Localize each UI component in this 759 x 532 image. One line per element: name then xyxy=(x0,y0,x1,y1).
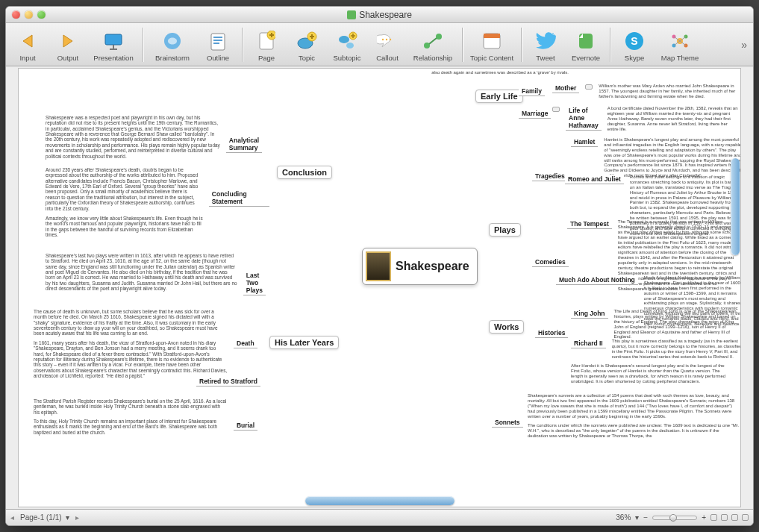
separator xyxy=(521,28,522,62)
zoom-in-icon[interactable]: + xyxy=(702,513,706,522)
note-hamlet: Hamlet is Shakespeare's longest play and… xyxy=(604,137,741,178)
subtopic-marriage[interactable]: Marriage xyxy=(519,109,551,119)
leaf-anne[interactable]: Life of Anne Hathaway xyxy=(566,106,602,131)
mindmap-canvas[interactable]: also death again and sometimes was descr… xyxy=(18,68,741,507)
document-icon xyxy=(347,10,356,19)
subtopic-button[interactable]: Subtopic xyxy=(327,28,367,62)
skype-button[interactable]: S Skype xyxy=(614,28,655,62)
view-mode-1-icon[interactable] xyxy=(710,514,717,521)
svg-point-8 xyxy=(346,43,354,48)
svg-point-10 xyxy=(382,38,384,40)
leaf-mother[interactable]: Mother xyxy=(552,84,579,93)
note-death-2: In 1661, many years after his death, the… xyxy=(34,340,228,379)
traffic-lights xyxy=(12,10,46,19)
view-mode-2-icon[interactable] xyxy=(721,514,728,521)
close-icon[interactable] xyxy=(12,10,20,19)
tweet-button[interactable]: Tweet xyxy=(525,28,566,62)
evernote-button[interactable]: Evernote xyxy=(566,28,606,62)
leaf-tempest[interactable]: The Tempest xyxy=(567,219,612,229)
brainstorm-button[interactable]: Brainstorm xyxy=(147,28,198,62)
subtopic-family[interactable]: Family xyxy=(519,87,545,96)
zoom-label: 36% xyxy=(616,513,631,522)
skype-icon: S xyxy=(623,30,646,52)
subtopic-burial[interactable]: Burial xyxy=(234,421,257,431)
leaf-romeo[interactable]: Romeo and Juliet xyxy=(565,175,624,184)
note-burial-2: To this day, Holy Trinity Church remains… xyxy=(34,419,228,435)
leaf-hamlet[interactable]: Hamlet xyxy=(571,137,598,147)
topic-early-life[interactable]: Early Life xyxy=(475,90,523,103)
brainstorm-icon xyxy=(161,30,184,52)
subtopic-histories[interactable]: Histories xyxy=(535,328,568,338)
clipped-note: also death again and sometimes was descr… xyxy=(431,70,569,75)
portrait-image xyxy=(366,251,391,281)
separator xyxy=(610,28,610,62)
topic-button[interactable]: Topic xyxy=(287,28,327,62)
subtopic-analytical-summary[interactable]: Analytical Summary xyxy=(226,136,262,153)
zoom-menu-icon[interactable]: ▾ xyxy=(635,513,639,522)
root-label: Shakespeare xyxy=(396,260,469,273)
outline-button[interactable]: Outline xyxy=(198,28,238,62)
zoom-icon[interactable] xyxy=(37,10,46,19)
view-mode-4-icon[interactable] xyxy=(742,514,749,521)
topic-works[interactable]: Works xyxy=(489,320,524,334)
note-burial-1: The Stratford Parish Register records Sh… xyxy=(34,398,228,415)
note-death-1: The cause of death is unknown, but some … xyxy=(34,309,228,337)
subtopic-last-two-plays[interactable]: Last Two Plays xyxy=(243,271,266,295)
root-topic[interactable]: Shakespeare xyxy=(362,248,478,285)
topic-conclusion[interactable]: Conclusion xyxy=(277,166,332,179)
subtopic-icon xyxy=(336,30,358,52)
subtopic-retired[interactable]: Retired to Stratford xyxy=(196,377,260,387)
attachment-icon[interactable] xyxy=(552,107,560,112)
svg-rect-2 xyxy=(211,34,225,50)
topic-content-button[interactable]: Topic Content xyxy=(466,28,517,62)
chevron-right-icon[interactable]: ▸ xyxy=(75,513,79,522)
output-button[interactable]: Output xyxy=(48,28,88,62)
topic-icon xyxy=(296,30,318,52)
chevron-left-icon[interactable]: ◂ xyxy=(10,513,14,522)
attachment-icon[interactable] xyxy=(585,84,593,90)
subtopic-tragedies[interactable]: Tragedies xyxy=(532,172,568,181)
leaf-king-john[interactable]: King John xyxy=(571,309,608,319)
view-mode-3-icon[interactable] xyxy=(731,514,738,521)
note-concluding-1: Around 230 years after Shakespeare's dea… xyxy=(46,167,203,211)
subtopic-comedies[interactable]: Comedies xyxy=(532,257,569,267)
svg-text:S: S xyxy=(631,35,637,47)
topic-plays[interactable]: Plays xyxy=(489,223,521,237)
minimize-icon[interactable] xyxy=(25,10,33,19)
slider-knob[interactable] xyxy=(669,514,677,522)
subtopic-death[interactable]: Death xyxy=(234,339,257,348)
toolbar-overflow-icon[interactable]: » xyxy=(737,39,752,51)
note-richard-ii: This play is sometimes classified as a t… xyxy=(612,339,741,360)
presentation-icon xyxy=(102,30,125,52)
horizontal-scrollbar[interactable] xyxy=(305,496,455,505)
input-button[interactable]: Input xyxy=(7,28,48,62)
note-sonnets-2: Shakespeare's sonnets are a collection o… xyxy=(528,393,740,419)
page-button[interactable]: Page xyxy=(246,28,287,62)
toolbar: Input Output Presentation Brains xyxy=(6,23,753,66)
zoom-out-icon[interactable]: − xyxy=(643,513,648,522)
note-analytical-summary: Shakespeare was a respected poet and pla… xyxy=(46,115,220,159)
view-mode-icons xyxy=(710,514,749,521)
subtopic-concluding-statement[interactable]: Concluding Statement xyxy=(209,190,269,207)
zoom-slider[interactable] xyxy=(652,516,697,520)
callout-button[interactable]: Callout xyxy=(367,28,407,62)
leaf-richard-ii[interactable]: Richard II xyxy=(571,339,606,348)
presentation-button[interactable]: Presentation xyxy=(88,28,139,62)
page-menu[interactable]: Page-1 (1/1) ▾ xyxy=(20,513,69,522)
svg-rect-0 xyxy=(105,34,122,45)
twitter-icon xyxy=(534,30,557,52)
svg-point-12 xyxy=(390,38,391,40)
svg-point-11 xyxy=(386,38,387,40)
relationship-button[interactable]: Relationship xyxy=(407,28,458,62)
topic-later-years[interactable]: His Later Years xyxy=(269,336,339,349)
vertical-scrollbar[interactable] xyxy=(731,158,740,255)
subtopic-sonnets[interactable]: Sonnets xyxy=(492,418,523,428)
app-window: Shakespeare Input Output Presentat xyxy=(5,6,754,526)
note-mother: William's mother was Mary Arden who marr… xyxy=(599,84,739,99)
relationship-icon xyxy=(422,30,444,52)
note-concluding-2: Amazingly, we know very little about Sha… xyxy=(46,216,203,237)
leaf-much-ado[interactable]: Much Ado About Nothing xyxy=(556,275,638,285)
map-theme-button[interactable]: Map Theme xyxy=(655,28,705,62)
svg-rect-16 xyxy=(484,34,500,38)
arrow-left-icon xyxy=(16,30,39,52)
